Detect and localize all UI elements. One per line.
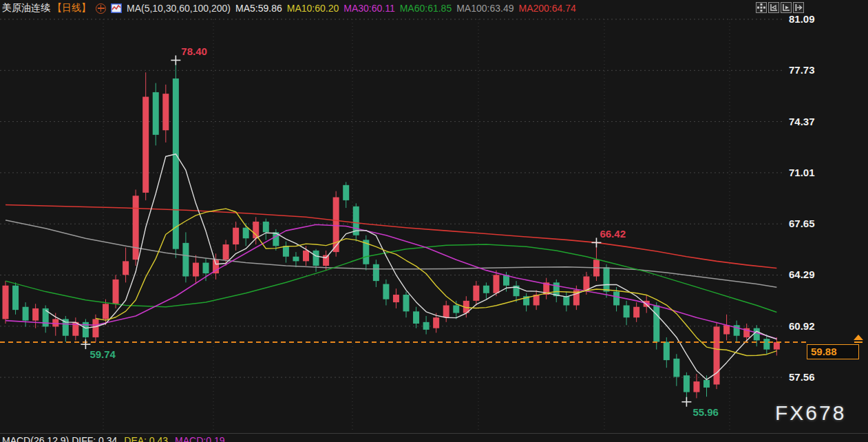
candle-body [563, 296, 569, 305]
ma30-value: MA30:60.11 [343, 3, 394, 14]
candle-body [313, 251, 319, 266]
price-up-arrow-icon [854, 335, 863, 340]
axis-tick: 77.73 [789, 64, 815, 76]
candle-body [3, 286, 9, 319]
candle-body [173, 78, 179, 249]
mini-chart-icon[interactable] [111, 3, 122, 13]
macd-pane[interactable]: MACD(26,12,9) DIFF: 0.34 DEA: 0.43 MACD:… [0, 433, 868, 442]
candle-body [142, 97, 149, 193]
ma100-value: MA100:63.49 [456, 3, 514, 14]
candle-body [423, 322, 430, 330]
candle-body [684, 375, 690, 392]
candle-body [723, 325, 730, 334]
candlestick-chart[interactable]: 78.4059.7466.4255.96 [0, 0, 868, 442]
price-up-arrow-base [854, 341, 862, 343]
axis-tick: 81.09 [789, 13, 815, 25]
candle-body [413, 311, 419, 324]
chart-tools [756, 2, 804, 13]
ma5-value: MA5:59.86 [235, 3, 282, 14]
candle-body [433, 317, 439, 328]
ma-settings-label[interactable]: MA(5,10,30,60,100,200) [127, 3, 231, 14]
candle-body [653, 306, 659, 342]
candle-body [162, 94, 169, 130]
macd-value-label: MACD:0.19 [175, 435, 224, 442]
ma10-value: MA10:60.20 [287, 3, 339, 14]
candle-body [303, 251, 309, 261]
candle-body [624, 306, 630, 318]
candle-body [604, 267, 610, 291]
candle-body [693, 381, 699, 392]
candle-body [373, 264, 379, 281]
axis-tick: 60.92 [789, 320, 815, 332]
axis-tick: 71.01 [789, 167, 815, 178]
candle-body [323, 255, 329, 266]
axis-tick: 74.37 [789, 116, 815, 127]
candle-body [182, 243, 189, 277]
candle-body [703, 380, 710, 388]
ma200-value: MA200:64.74 [518, 3, 575, 14]
candle-body [153, 92, 159, 135]
axis-tick: 64.29 [789, 269, 815, 280]
candle-body [763, 339, 770, 349]
axis-restore-icon[interactable] [768, 2, 779, 13]
candle-body [613, 292, 620, 306]
price-annotation: 59.74 [89, 348, 116, 360]
macd-diff-label: MACD(26,12,9) DIFF: 0.34 [2, 435, 117, 442]
candle-body [754, 328, 760, 341]
candle-body [223, 244, 229, 260]
period-selector[interactable]: 【日线】 [52, 2, 91, 14]
candle-body [12, 286, 19, 310]
candle-body [103, 304, 109, 319]
fx678-watermark: FX678 [775, 401, 846, 425]
axis-tick: 57.56 [789, 371, 815, 383]
candle-body [92, 319, 98, 337]
pan-icon[interactable] [756, 2, 767, 13]
candle-body [774, 342, 780, 350]
candle-body [473, 286, 479, 301]
candle-body [714, 326, 720, 384]
candle-body [583, 276, 589, 290]
chart-toolbar: 美原油连续 【日线】 MA(5,10,30,60,100,200) MA5:59… [2, 1, 576, 15]
candle-body [203, 263, 209, 273]
candle-body [403, 295, 410, 311]
macd-dea-label: DEA: 0.43 [124, 435, 168, 442]
candle-body [113, 280, 119, 304]
candle-body [32, 308, 39, 321]
candle-body [123, 261, 129, 275]
candle-body [393, 295, 399, 302]
price-annotation: 78.40 [181, 45, 207, 57]
candle-body [453, 306, 459, 313]
candle-body [253, 222, 259, 238]
candle-body [383, 284, 389, 299]
candle-body [243, 228, 249, 238]
candle-body [283, 246, 289, 256]
candle-body [673, 359, 679, 377]
ma-line-ma100 [6, 220, 776, 288]
price-annotation: 55.96 [692, 406, 719, 418]
candle-body [443, 306, 449, 318]
ma-line-ma30 [6, 224, 776, 339]
current-price-tag[interactable]: 59.88 [807, 344, 859, 359]
candle-body [133, 196, 139, 260]
symbol-title: 美原油连续 [2, 2, 50, 14]
candle-body [483, 286, 489, 293]
candle-body [52, 319, 59, 326]
candle-body [193, 263, 199, 277]
candle-body [263, 222, 269, 232]
candle-body [343, 185, 349, 200]
candle-body [23, 307, 29, 321]
ma60-value: MA60:61.85 [400, 3, 452, 14]
candle-body [493, 275, 499, 293]
candle-body [233, 228, 239, 244]
target-icon[interactable] [96, 3, 106, 14]
candle-body [633, 307, 639, 317]
candle-body [664, 342, 670, 361]
candle-body [293, 257, 299, 262]
scroll-to-end-icon[interactable] [793, 2, 804, 13]
axis-play-icon[interactable] [781, 2, 792, 13]
axis-tick: 67.65 [789, 218, 815, 229]
price-annotation: 66.42 [600, 228, 626, 240]
